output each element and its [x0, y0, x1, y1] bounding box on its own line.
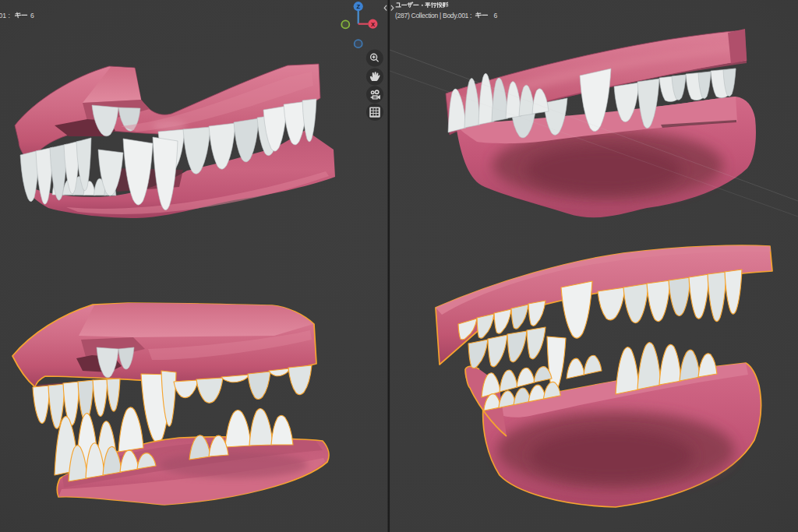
svg-text:(287) Collection | Body.001 :: (287) Collection | Body.001 : [395, 12, 472, 19]
svg-text:6: 6 [494, 12, 498, 19]
svg-text:X: X [371, 21, 375, 28]
svg-text:Z: Z [356, 3, 360, 10]
svg-text:01 :: 01 : [0, 12, 10, 19]
svg-text:6: 6 [30, 12, 34, 19]
